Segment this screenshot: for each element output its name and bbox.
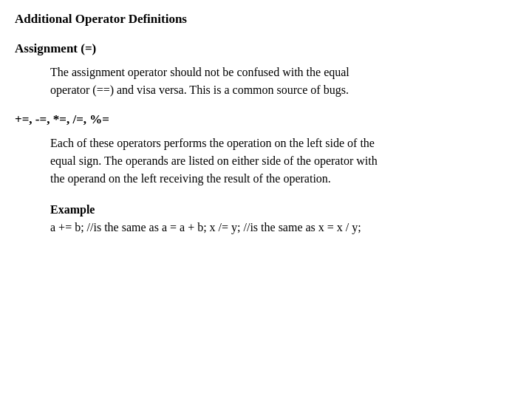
assignment-body: The assignment operator should not be co… — [50, 64, 517, 99]
assignment-text: The assignment operator should not be co… — [50, 64, 517, 99]
operators-description: Each of these operators performs the ope… — [50, 134, 517, 188]
page-title: Additional Operator Definitions — [15, 12, 517, 27]
example-label: Example — [50, 203, 95, 216]
page-container: Additional Operator Definitions Assignme… — [15, 12, 517, 236]
operators-line1: Each of these operators performs the ope… — [50, 137, 375, 149]
compound-operators-section: +=, -=, *=, /=, %= Each of these operato… — [15, 112, 517, 236]
operators-line3: the operand on the left receiving the re… — [50, 172, 331, 185]
operators-line2: equal sign. The operands are listed on e… — [50, 154, 378, 167]
example-block: Example a += b; //is the same as a = a +… — [50, 201, 517, 236]
example-code: a += b; //is the same as a = a + b; x /=… — [50, 221, 361, 233]
assignment-section: Assignment (=) The assignment operator s… — [15, 41, 517, 99]
assignment-heading: Assignment (=) — [15, 41, 517, 56]
assignment-text-line1: The assignment operator should not be co… — [50, 66, 349, 78]
operators-heading: +=, -=, *=, /=, %= — [15, 112, 517, 127]
assignment-text-line2: operator (==) and visa versa. This is a … — [50, 83, 349, 96]
operators-body: Each of these operators performs the ope… — [50, 134, 517, 236]
